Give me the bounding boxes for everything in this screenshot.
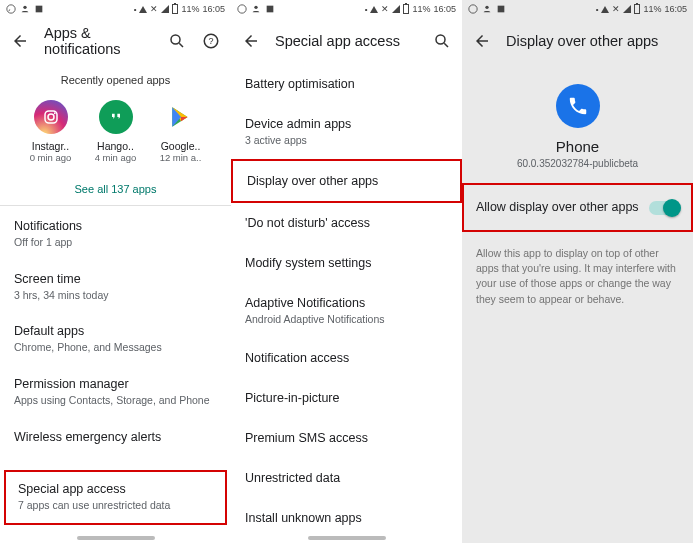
clock: 16:05 [202, 4, 225, 14]
item-sub: 3 active apps [245, 134, 448, 146]
svg-point-0 [7, 5, 15, 13]
signal-up-icon [601, 6, 609, 13]
nosim-icon: ✕ [381, 4, 389, 14]
item-title: Unrestricted data [245, 471, 448, 485]
item-title: Display over other apps [247, 174, 446, 188]
phone-app-icon [556, 84, 600, 128]
item-sub: Android Adaptive Notifications [245, 313, 448, 325]
content-area: Recently opened apps Instagr.. 0 min ago… [0, 64, 231, 463]
app-info-block: Phone 60.0.352032784-publicbeta [462, 84, 693, 169]
screenshot-icon [496, 4, 506, 14]
setting-notifications[interactable]: Notifications Off for 1 app [14, 208, 217, 261]
whatsapp-icon [468, 4, 478, 14]
setting-screen-time[interactable]: Screen time 3 hrs, 34 mins today [14, 261, 217, 314]
highlight-display-over: Display over other apps [231, 159, 462, 203]
whatsapp-icon [6, 4, 16, 14]
item-display-over-apps[interactable]: Display over other apps [233, 161, 460, 201]
app-time: 4 min ago [95, 152, 137, 163]
item-title: Notification access [245, 351, 448, 365]
setting-wireless-alerts[interactable]: Wireless emergency alerts [14, 419, 217, 455]
contact-icon [20, 4, 30, 14]
search-button[interactable] [167, 31, 187, 51]
battery-icon [634, 4, 640, 14]
dot-icon: • [134, 5, 137, 14]
help-button[interactable]: ? [201, 31, 221, 51]
contact-icon [482, 4, 492, 14]
status-bar: • ✕ 11% 16:05 [0, 0, 231, 18]
see-all-apps-link[interactable]: See all 137 apps [14, 169, 217, 205]
setting-title: Wireless emergency alerts [14, 430, 217, 444]
app-time: 12 min a.. [160, 152, 202, 163]
item-notification-access[interactable]: Notification access [231, 338, 462, 378]
back-arrow-icon [242, 32, 260, 50]
setting-special-app-access[interactable]: Special app access 7 apps can use unrest… [6, 472, 225, 523]
toggle-label: Allow display over other apps [476, 199, 639, 216]
cell-signal-icon [392, 5, 400, 13]
setting-permission-manager[interactable]: Permission manager Apps using Contacts, … [14, 366, 217, 419]
item-device-admin[interactable]: Device admin apps 3 active apps [231, 104, 462, 159]
item-title: Modify system settings [245, 256, 448, 270]
hangouts-icon [99, 100, 133, 134]
setting-title: Notifications [14, 219, 217, 233]
svg-rect-2 [36, 6, 43, 13]
signal-up-icon [370, 6, 378, 13]
setting-sub: 3 hrs, 34 mins today [14, 289, 217, 303]
back-button[interactable] [10, 31, 30, 51]
item-premium-sms[interactable]: Premium SMS access [231, 418, 462, 458]
back-arrow-icon [473, 32, 491, 50]
setting-default-apps[interactable]: Default apps Chrome, Phone, and Messages [14, 313, 217, 366]
item-battery-optimisation[interactable]: Battery optimisation [231, 64, 462, 104]
item-modify-system[interactable]: Modify system settings [231, 243, 462, 283]
item-dnd-access[interactable]: 'Do not disturb' access [231, 203, 462, 243]
search-icon [168, 32, 186, 50]
highlight-special-app-access: Special app access 7 apps can use unrest… [4, 470, 227, 525]
nosim-icon: ✕ [150, 4, 158, 14]
svg-rect-15 [498, 6, 505, 13]
svg-point-14 [485, 6, 488, 9]
allow-overlay-toggle[interactable] [649, 201, 679, 215]
play-store-icon [164, 100, 198, 134]
app-time: 0 min ago [30, 152, 72, 163]
screenshot-icon [34, 4, 44, 14]
item-title: 'Do not disturb' access [245, 216, 448, 230]
back-button[interactable] [241, 31, 261, 51]
item-unrestricted-data[interactable]: Unrestricted data [231, 458, 462, 498]
search-icon [433, 32, 451, 50]
recent-app-instagram[interactable]: Instagr.. 0 min ago [21, 100, 81, 163]
recent-app-hangouts[interactable]: Hango.. 4 min ago [86, 100, 146, 163]
battery-percent: 11% [412, 4, 430, 14]
setting-title: Permission manager [14, 377, 217, 391]
back-arrow-icon [11, 32, 29, 50]
item-title: Adaptive Notifications [245, 296, 448, 310]
nosim-icon: ✕ [612, 4, 620, 14]
status-bar: • ✕ 11% 16:05 [231, 0, 462, 18]
svg-rect-11 [267, 6, 274, 13]
setting-sub: Chrome, Phone, and Messages [14, 341, 217, 355]
item-title: Device admin apps [245, 117, 448, 131]
setting-sub: Apps using Contacts, Storage, and Phone [14, 394, 217, 408]
clock: 16:05 [664, 4, 687, 14]
back-button[interactable] [472, 31, 492, 51]
status-bar: • ✕ 11% 16:05 [462, 0, 693, 18]
svg-point-1 [23, 6, 26, 9]
screen-display-over-apps: • ✕ 11% 16:05 Display over other apps Ph… [462, 0, 693, 543]
app-label: Instagr.. [32, 140, 69, 152]
search-button[interactable] [432, 31, 452, 51]
cell-signal-icon [161, 5, 169, 13]
svg-point-13 [469, 5, 477, 13]
highlight-toggle-row: Allow display over other apps [462, 183, 693, 232]
battery-percent: 11% [181, 4, 199, 14]
item-title: Picture-in-picture [245, 391, 448, 405]
recent-apps-row: Instagr.. 0 min ago Hango.. 4 min ago Go… [14, 100, 217, 169]
item-adaptive-notifications[interactable]: Adaptive Notifications Android Adaptive … [231, 283, 462, 338]
item-install-unknown[interactable]: Install unknown apps [231, 498, 462, 538]
svg-point-10 [254, 6, 257, 9]
app-bar: Apps & notifications ? [0, 18, 231, 64]
setting-sub: 7 apps can use unrestricted data [18, 499, 213, 513]
gesture-nav-indicator [77, 536, 155, 540]
item-title: Install unknown apps [245, 511, 448, 525]
app-bar: Special app access [231, 18, 462, 64]
item-pip[interactable]: Picture-in-picture [231, 378, 462, 418]
recent-app-google-play[interactable]: Google.. 12 min a.. [151, 100, 211, 163]
page-title: Special app access [275, 33, 418, 49]
